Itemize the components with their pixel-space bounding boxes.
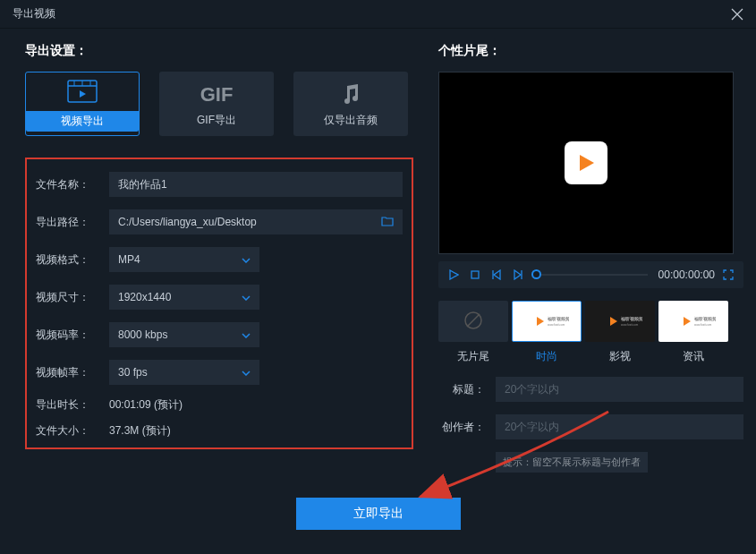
chevron-down-icon	[242, 328, 251, 341]
tail-option-movie[interactable]: 福听视频剪辑www.foxit.com	[585, 301, 655, 342]
bitrate-select[interactable]: 8000 kbps	[109, 322, 259, 347]
format-select[interactable]: MP4	[109, 247, 259, 272]
format-label: 视频格式：	[36, 252, 109, 268]
seek-bar[interactable]	[531, 274, 648, 276]
fullscreen-icon[interactable]	[720, 267, 736, 283]
tab-gif-export[interactable]: GIF GIF导出	[159, 72, 274, 136]
window-title: 导出视频	[13, 6, 55, 21]
chevron-down-icon	[242, 291, 251, 303]
svg-text:福听视频剪辑: 福听视频剪辑	[694, 316, 716, 321]
export-button[interactable]: 立即导出	[296, 498, 461, 530]
close-icon[interactable]	[731, 8, 743, 21]
svg-text:www.foxit.com: www.foxit.com	[548, 323, 565, 327]
svg-rect-23	[671, 311, 716, 332]
svg-rect-8	[471, 271, 479, 278]
seek-thumb[interactable]	[531, 269, 541, 279]
tab-audio-export[interactable]: 仅导出音频	[293, 72, 408, 136]
tail-label-none: 无片尾	[438, 349, 508, 364]
next-icon[interactable]	[510, 267, 526, 283]
tail-option-fashion[interactable]: 福听视频剪辑www.foxit.com	[512, 301, 582, 342]
path-label: 导出路径：	[36, 215, 109, 230]
svg-rect-19	[598, 311, 642, 332]
svg-rect-15	[524, 311, 569, 332]
play-icon[interactable]	[446, 267, 462, 283]
svg-line-14	[467, 314, 480, 327]
music-note-icon	[342, 81, 360, 109]
svg-text:福听视频剪辑: 福听视频剪辑	[621, 316, 642, 321]
gif-icon: GIF	[200, 81, 234, 109]
tab-audio-label: 仅导出音频	[324, 113, 378, 128]
tail-hint-text: 提示：留空不展示标题与创作者	[496, 452, 648, 473]
svg-text:福听视频剪辑: 福听视频剪辑	[548, 316, 569, 321]
settings-highlight-box: 文件名称： 导出路径： C:/Users/liangya_xu/Desktop …	[25, 158, 413, 449]
size-select[interactable]: 1920x1440	[109, 285, 259, 310]
preview-area	[438, 72, 734, 254]
preview-logo-icon	[565, 141, 607, 184]
filesize-value: 37.3M (预计)	[109, 423, 171, 439]
fps-select[interactable]: 30 fps	[109, 360, 259, 385]
player-controls: 00:00:00:00	[438, 261, 743, 288]
filesize-label: 文件大小：	[36, 423, 109, 439]
svg-marker-6	[580, 155, 594, 171]
chevron-down-icon	[242, 253, 251, 266]
tab-video-label: 视频导出	[26, 111, 139, 132]
video-export-icon	[67, 77, 98, 106]
filename-input[interactable]	[109, 172, 403, 197]
svg-marker-11	[514, 270, 521, 279]
tail-author-input[interactable]	[496, 414, 743, 439]
size-label: 视频尺寸：	[36, 290, 109, 305]
chevron-down-icon	[242, 366, 251, 379]
none-icon	[463, 311, 483, 333]
tail-title-label: 标题：	[438, 382, 496, 397]
filename-label: 文件名称：	[36, 177, 109, 192]
export-settings-title: 导出设置：	[25, 43, 413, 59]
svg-marker-5	[80, 90, 86, 98]
timecode-display: 00:00:00:00	[658, 268, 715, 281]
prev-icon[interactable]	[488, 267, 505, 283]
duration-label: 导出时长：	[36, 397, 109, 413]
svg-marker-7	[450, 270, 458, 279]
tail-title-input[interactable]	[496, 377, 743, 402]
tail-label-news: 资讯	[658, 349, 728, 364]
bitrate-label: 视频码率：	[36, 328, 109, 343]
tail-label-movie: 影视	[585, 349, 655, 364]
svg-marker-9	[494, 270, 500, 279]
path-value: C:/Users/liangya_xu/Desktop	[118, 216, 257, 228]
tail-section-title: 个性片尾：	[438, 43, 743, 59]
tail-option-none[interactable]	[438, 301, 508, 342]
tail-author-label: 创作者：	[438, 420, 496, 435]
tab-video-export[interactable]: 视频导出	[25, 72, 140, 136]
tab-gif-label: GIF导出	[197, 113, 236, 128]
folder-icon[interactable]	[381, 216, 394, 229]
tail-label-fashion: 时尚	[512, 349, 582, 364]
svg-text:www.foxit.com: www.foxit.com	[694, 323, 712, 327]
svg-text:www.foxit.com: www.foxit.com	[621, 323, 639, 327]
stop-icon[interactable]	[467, 267, 483, 283]
tail-option-news[interactable]: 福听视频剪辑www.foxit.com	[658, 301, 728, 342]
duration-value: 00:01:09 (预计)	[109, 397, 183, 413]
fps-label: 视频帧率：	[36, 365, 109, 380]
